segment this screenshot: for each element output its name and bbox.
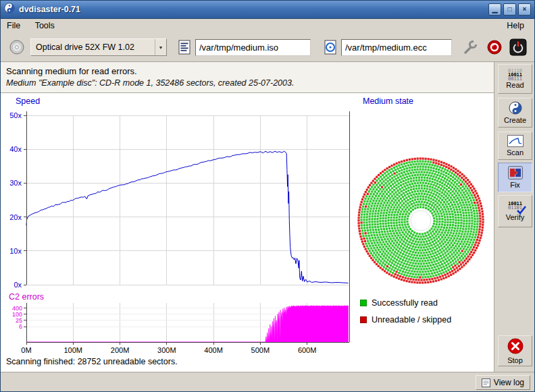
scan-result-status: Scanning finished: 28752 unreadable sect…: [6, 357, 178, 366]
log-list-icon: [482, 379, 490, 387]
drive-selector[interactable]: Optical drive 52X FW 1.02 ▼: [30, 38, 167, 56]
read-button[interactable]: 01110 10011 00111 Read: [498, 64, 532, 94]
menu-help[interactable]: Help: [501, 19, 530, 33]
verify-binary-icon: 10011 01101: [505, 202, 526, 213]
titlebar[interactable]: dvdisaster-0.71 ▁ □ ×: [1, 1, 534, 19]
yin-yang-icon: [509, 101, 522, 116]
menu-tools[interactable]: Tools: [29, 19, 61, 33]
svg-text:0M: 0M: [21, 346, 31, 354]
svg-text:20x: 20x: [9, 213, 22, 221]
red-swatch-icon: [360, 316, 367, 323]
svg-text:30x: 30x: [9, 179, 22, 187]
scan-button-label: Scan: [507, 148, 524, 157]
window-title: dvdisaster-0.71: [19, 5, 486, 14]
power-icon: [509, 48, 527, 58]
app-logo-icon: [4, 3, 15, 16]
wrench-icon: [462, 47, 478, 57]
puzzle-icon: [508, 166, 523, 181]
scan-chart-icon: [507, 135, 524, 148]
svg-text:300M: 300M: [157, 346, 176, 354]
svg-text:6: 6: [19, 323, 22, 330]
legend-label-unreadable: Unreadable / skipped: [372, 315, 451, 325]
app-window: dvdisaster-0.71 ▁ □ × File Tools Help Op…: [0, 0, 535, 392]
stop-button-label: Stop: [507, 356, 523, 364]
preferences-button[interactable]: [462, 39, 478, 57]
fix-button-label: Fix: [510, 181, 520, 189]
medium-state-title: Medium state: [363, 96, 413, 106]
create-button[interactable]: Create: [498, 98, 532, 128]
legend: Successfully read Unreadable / skipped: [360, 298, 451, 331]
ecc-path-input[interactable]: [341, 39, 452, 56]
status-header: Scanning medium for read errors. Medium …: [1, 62, 494, 93]
action-sidebar: 01110 10011 00111 Read Create Scan Fix: [494, 62, 535, 372]
read-button-label: Read: [506, 81, 524, 89]
legend-item-unreadable: Unreadable / skipped: [360, 314, 451, 325]
create-button-label: Create: [504, 116, 526, 124]
chevron-down-icon: ▼: [155, 39, 166, 55]
scan-button[interactable]: Scan: [498, 132, 532, 160]
stop-x-icon: [507, 337, 524, 356]
legend-label-read: Successfully read: [372, 298, 438, 308]
quit-button[interactable]: [509, 38, 527, 58]
menubar: File Tools Help: [1, 19, 534, 33]
speed-chart-title: Speed: [16, 96, 40, 106]
minimize-button[interactable]: ▁: [488, 3, 501, 16]
svg-text:600M: 600M: [298, 346, 317, 354]
status-line2: Medium "Example disc": CD-R mode 1, 3524…: [6, 78, 494, 88]
help-button[interactable]: [486, 39, 503, 57]
svg-text:40x: 40x: [9, 145, 22, 153]
main-content: 0x10x20x30x40x50x4001002560M100M200M300M…: [1, 93, 494, 372]
svg-text:50x: 50x: [9, 111, 22, 119]
check-icon: [516, 205, 527, 215]
verify-button[interactable]: 10011 01101 Verify: [498, 195, 532, 227]
toolbar: Optical drive 52X FW 1.02 ▼: [1, 33, 534, 62]
menu-file[interactable]: File: [1, 19, 26, 33]
legend-item-read: Successfully read: [360, 298, 451, 308]
stop-button[interactable]: Stop: [498, 335, 532, 366]
iso-path-input[interactable]: [195, 39, 311, 56]
c2-errors-title: C2 errors: [9, 292, 44, 302]
bottom-bar: View log: [1, 372, 534, 391]
iso-file-icon: [178, 40, 190, 57]
drive-selector-value: Optical drive 52X FW 1.02: [31, 43, 155, 52]
optical-drive-icon: [9, 39, 25, 58]
view-log-label: View log: [494, 378, 524, 387]
binary-read-icon: 01110 10011 00111: [508, 69, 522, 81]
svg-text:400M: 400M: [204, 346, 223, 354]
view-log-button[interactable]: View log: [476, 375, 530, 390]
fix-button[interactable]: Fix: [498, 163, 532, 192]
green-swatch-icon: [360, 300, 367, 306]
status-line1: Scanning medium for read errors.: [6, 66, 494, 76]
svg-text:100M: 100M: [64, 346, 83, 354]
svg-text:200M: 200M: [111, 346, 130, 354]
svg-text:10x: 10x: [9, 247, 22, 255]
svg-text:500M: 500M: [251, 346, 270, 354]
maximize-button[interactable]: □: [503, 3, 516, 16]
close-button[interactable]: ×: [518, 3, 531, 16]
ecc-file-icon: [324, 40, 336, 57]
svg-text:0x: 0x: [14, 281, 22, 289]
lifebelt-help-icon: [486, 47, 503, 57]
